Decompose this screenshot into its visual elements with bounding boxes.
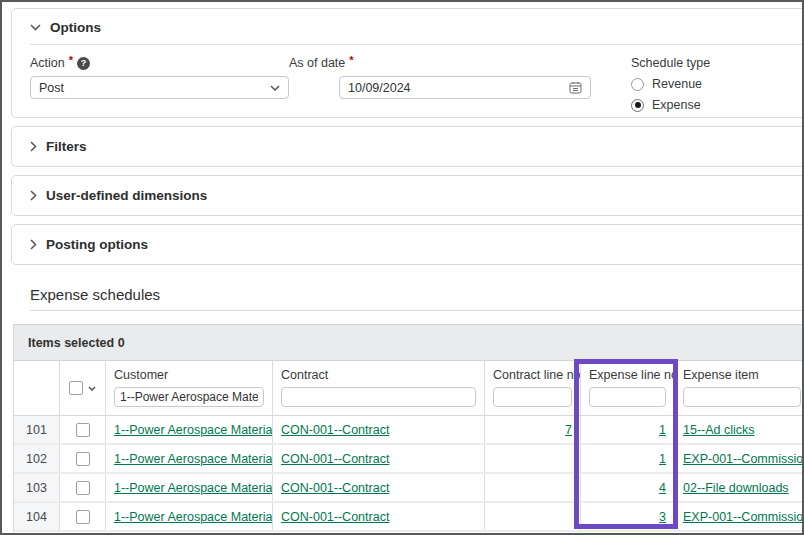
expense-line-no-link[interactable]: 3 — [659, 510, 666, 524]
radio-expense-label: Expense — [652, 98, 701, 112]
expense-item-column-label: Expense item — [683, 368, 801, 382]
radio-expense[interactable] — [631, 99, 644, 112]
table-row: 102 1--Power Aerospace Materials CON-001… — [14, 445, 804, 474]
table-row: 101 1--Power Aerospace Materials CON-001… — [14, 416, 804, 445]
expense-item-link[interactable]: EXP-001--Commissions — [683, 452, 804, 466]
row-number: 103 — [14, 474, 60, 501]
table-header-row: Customer Contract Contract line no. Expe… — [14, 361, 804, 416]
expense-item-filter-input[interactable] — [683, 387, 801, 407]
contract-link[interactable]: CON-001--Contract — [281, 510, 389, 524]
expense-line-no-column-header: Expense line no. — [581, 361, 675, 415]
chevron-down-icon[interactable] — [88, 386, 96, 391]
chevron-right-icon — [30, 239, 37, 250]
contract-line-no-column-header: Contract line no. — [485, 361, 581, 415]
expense-line-no-link[interactable]: 4 — [659, 481, 666, 495]
action-select[interactable]: Post — [30, 76, 289, 99]
expense-line-no-filter-input[interactable] — [589, 387, 666, 407]
posting-options-title: Posting options — [46, 237, 148, 252]
action-field: Action * ? Post — [30, 56, 289, 112]
chevron-right-icon — [30, 190, 37, 201]
required-asterisk: * — [349, 54, 353, 66]
expense-item-column-header: Expense item — [675, 361, 804, 415]
posting-options-section-header[interactable]: Posting options — [11, 224, 804, 265]
as-of-date-label: As of date — [289, 56, 345, 70]
options-section-header[interactable]: Options — [12, 9, 804, 35]
contract-line-no-filter-input[interactable] — [493, 387, 572, 407]
contract-link[interactable]: CON-001--Contract — [281, 481, 389, 495]
app-window: Options Action * ? Post As of date * — [0, 0, 804, 535]
as-of-date-input[interactable]: 10/09/2024 — [339, 76, 591, 99]
as-of-date-field: As of date * 10/09/2024 — [289, 56, 591, 112]
row-checkbox[interactable] — [76, 452, 90, 466]
user-defined-dimensions-section-header[interactable]: User-defined dimensions — [11, 175, 804, 216]
chevron-down-icon — [270, 85, 280, 91]
contract-line-no-cell — [485, 503, 581, 530]
options-section-title: Options — [50, 20, 101, 35]
user-defined-dimensions-title: User-defined dimensions — [46, 188, 207, 203]
contract-link[interactable]: CON-001--Contract — [281, 423, 389, 437]
contract-line-no-link[interactable]: 7 — [565, 423, 572, 437]
customer-filter-input[interactable] — [114, 387, 264, 407]
schedule-type-expense-option[interactable]: Expense — [631, 98, 710, 112]
expense-schedules-table: Customer Contract Contract line no. Expe… — [13, 361, 804, 532]
select-all-checkbox[interactable] — [69, 381, 83, 395]
customer-link[interactable]: 1--Power Aerospace Materials — [114, 481, 273, 495]
contract-line-no-column-label: Contract line no. — [493, 368, 572, 382]
row-number: 101 — [14, 416, 60, 443]
radio-revenue[interactable] — [631, 78, 644, 91]
expense-item-link[interactable]: EXP-001--Commissions — [683, 510, 804, 524]
table-row: 103 1--Power Aerospace Materials CON-001… — [14, 474, 804, 503]
action-label: Action — [30, 56, 65, 70]
row-checkbox[interactable] — [76, 423, 90, 437]
expense-schedules-title: Expense schedules — [30, 286, 802, 303]
required-asterisk: * — [69, 54, 73, 66]
customer-link[interactable]: 1--Power Aerospace Materials — [114, 510, 273, 524]
select-all-header-cell — [60, 361, 106, 415]
filters-section-title: Filters — [46, 139, 87, 154]
expense-item-link[interactable]: 02--File downloads — [683, 481, 789, 495]
table-row: 104 1--Power Aerospace Materials CON-001… — [14, 503, 804, 532]
contract-filter-input[interactable] — [281, 387, 476, 407]
customer-column-header: Customer — [106, 361, 273, 415]
expense-line-no-link[interactable]: 1 — [659, 423, 666, 437]
divider — [30, 310, 802, 311]
contract-line-no-cell — [485, 445, 581, 472]
contract-line-no-cell — [485, 474, 581, 501]
row-checkbox[interactable] — [76, 481, 90, 495]
contract-column-header: Contract — [273, 361, 485, 415]
calendar-icon[interactable] — [569, 81, 582, 94]
radio-revenue-label: Revenue — [652, 77, 702, 91]
schedule-type-label: Schedule type — [631, 56, 710, 70]
action-select-value: Post — [39, 81, 64, 95]
contract-link[interactable]: CON-001--Contract — [281, 452, 389, 466]
filters-section-header[interactable]: Filters — [11, 126, 804, 167]
chevron-right-icon — [30, 141, 37, 152]
customer-link[interactable]: 1--Power Aerospace Materials — [114, 423, 273, 437]
help-icon[interactable]: ? — [77, 57, 90, 70]
as-of-date-value: 10/09/2024 — [348, 81, 411, 95]
expense-line-no-column-label: Expense line no. — [589, 368, 666, 382]
row-checkbox[interactable] — [76, 510, 90, 524]
items-selected-text: Items selected 0 — [28, 336, 125, 350]
schedule-type-field: Schedule type Revenue Expense — [631, 56, 710, 112]
contract-column-label: Contract — [281, 368, 476, 382]
row-number: 102 — [14, 445, 60, 472]
expense-item-link[interactable]: 15--Ad clicks — [683, 423, 755, 437]
customer-column-label: Customer — [114, 368, 264, 382]
items-selected-bar: Items selected 0 — [13, 324, 804, 361]
chevron-down-icon — [30, 24, 41, 31]
expense-line-no-link[interactable]: 1 — [659, 452, 666, 466]
customer-link[interactable]: 1--Power Aerospace Materials — [114, 452, 273, 466]
schedule-type-revenue-option[interactable]: Revenue — [631, 77, 710, 91]
row-number-header-cell — [14, 361, 60, 415]
row-number: 104 — [14, 503, 60, 530]
options-section: Options Action * ? Post As of date * — [11, 8, 804, 118]
